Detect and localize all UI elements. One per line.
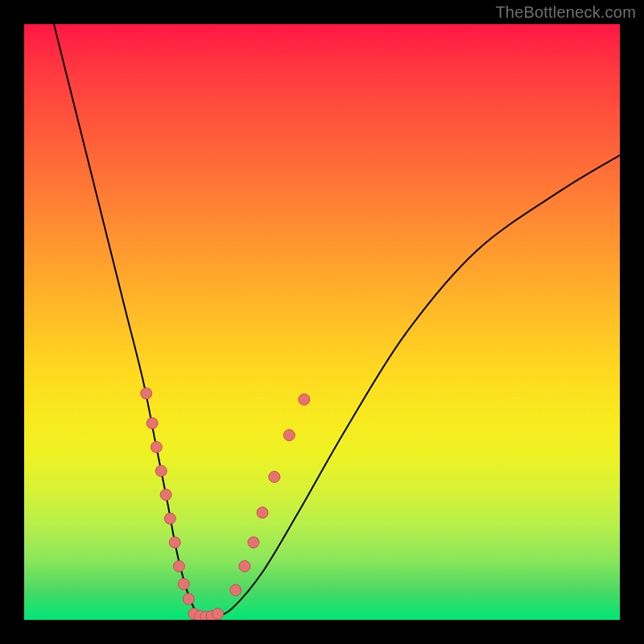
data-marker [141,388,152,399]
data-marker [147,418,158,429]
data-marker [183,593,194,605]
data-marker [173,560,184,572]
data-marker [299,394,310,405]
chart-svg [24,24,620,620]
plot-area [24,24,620,620]
data-marker [248,537,259,548]
bottleneck-curve [54,24,620,618]
data-marker [160,489,171,501]
data-marker [155,465,167,477]
data-marker [164,513,175,524]
data-marker [151,441,162,452]
data-marker [230,584,242,596]
data-marker [239,560,250,572]
data-marker [269,471,280,482]
data-marker [257,507,268,518]
data-marker [283,430,295,441]
data-marker [213,609,224,620]
data-marker [178,579,189,590]
chart-frame: TheBottleneck.com [0,0,644,644]
data-marker [169,537,180,548]
watermark-label: TheBottleneck.com [495,3,636,22]
